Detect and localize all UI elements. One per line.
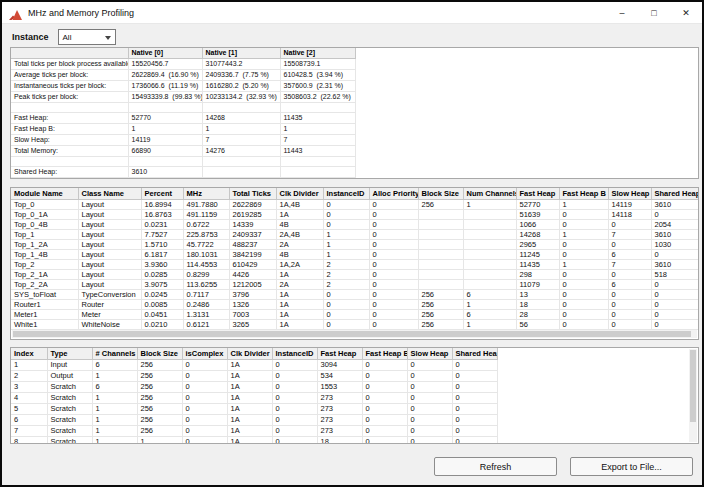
- table-cell: [463, 260, 516, 270]
- table-row[interactable]: Top_2_2ALayout3.9075113.625512120052A201…: [11, 280, 698, 290]
- table-row[interactable]: 3Scratch625601A01553000: [11, 382, 497, 393]
- table-row[interactable]: Top_1_4BLayout6.1817180.103138421994B101…: [11, 250, 698, 260]
- table-row[interactable]: White1WhiteNoise0.02100.612132651A002561…: [11, 320, 698, 330]
- table-cell: 1: [128, 124, 202, 135]
- table-cell: 0.6722: [183, 220, 229, 230]
- table-cell: 273: [317, 415, 362, 426]
- table-cell: [202, 103, 280, 113]
- table-cell: 14268: [202, 113, 280, 124]
- table-cell: 0: [182, 415, 227, 426]
- table-row[interactable]: Meter1Meter0.04511.313170031A00256628000: [11, 310, 698, 320]
- table-cell: [463, 270, 516, 280]
- table-cell: 491.7880: [183, 200, 229, 210]
- table-cell: 0: [182, 360, 227, 371]
- table-cell: [418, 260, 463, 270]
- table-cell: 113.6255: [183, 280, 229, 290]
- table-cell: 0: [323, 300, 369, 310]
- table-row[interactable]: Total Memory:668901427611443: [11, 146, 355, 157]
- table-row[interactable]: Slow Heap:1411977: [11, 135, 355, 146]
- table-cell: 0: [559, 320, 608, 330]
- table-row[interactable]: Fast Heap B:111: [11, 124, 355, 135]
- table-cell: 14276: [202, 146, 280, 157]
- table-cell: 0: [407, 404, 452, 415]
- column-header: Total Ticks: [229, 188, 276, 200]
- table-row[interactable]: Top_1_2ALayout1.571045.77224882372A10296…: [11, 240, 698, 250]
- column-header: Native [1]: [202, 48, 280, 59]
- table-cell: 1: [559, 200, 608, 210]
- scrollbar-thumb[interactable]: [13, 331, 691, 337]
- table-row[interactable]: [11, 157, 355, 167]
- table-row[interactable]: 4Scratch125601A0273000: [11, 393, 497, 404]
- table-row[interactable]: Top_2_1ALayout0.02850.829944261A20298005…: [11, 270, 698, 280]
- table-row[interactable]: Top_0_4BLayout0.02310.6722143394B0010660…: [11, 220, 698, 230]
- table-cell: 0: [407, 393, 452, 404]
- table-row[interactable]: 1Input625601A03094000: [11, 360, 497, 371]
- table-cell: 14118: [608, 210, 651, 220]
- table-row[interactable]: 7Scratch125601A0273000: [11, 426, 497, 437]
- table-cell: 0.0451: [141, 310, 183, 320]
- table-row[interactable]: Total ticks per block process available:…: [11, 59, 355, 70]
- table-cell: 2054: [651, 220, 698, 230]
- table-row[interactable]: Top_2Layout3.9360114.45536104291A,2A2011…: [11, 260, 698, 270]
- table-cell: [280, 157, 355, 167]
- table-row[interactable]: Instantaneous ticks per block:1736066.6 …: [11, 81, 355, 92]
- table-cell: 0: [272, 404, 317, 415]
- instance-dropdown[interactable]: All: [58, 29, 116, 45]
- table-cell: 6: [463, 310, 516, 320]
- table-cell: 0: [559, 220, 608, 230]
- table-cell: 0: [651, 320, 698, 330]
- table-cell: 256: [137, 426, 182, 437]
- table-cell: 2: [323, 280, 369, 290]
- table-row[interactable]: 6Scratch125601A0273000: [11, 415, 497, 426]
- table-cell: 0: [272, 437, 317, 445]
- table-cell: 610428.5 (3.94 %): [280, 70, 355, 81]
- close-button[interactable]: ✕: [670, 2, 702, 23]
- table-cell: 0: [452, 360, 497, 371]
- table-cell: 0: [369, 300, 418, 310]
- export-button[interactable]: Export to File...: [570, 457, 693, 476]
- table-cell: Input: [47, 360, 92, 371]
- table-cell: 256: [137, 415, 182, 426]
- column-header: Class Name: [78, 188, 141, 200]
- table-row[interactable]: Top_1Layout7.7527225.875324093372A,4B101…: [11, 230, 698, 240]
- minimize-button[interactable]: –: [606, 2, 638, 23]
- table-row[interactable]: 5Scratch125601A0273000: [11, 404, 497, 415]
- table-cell: 16.8994: [141, 200, 183, 210]
- table-cell: 0: [323, 290, 369, 300]
- summary-table-grid: Native [0]Native [1]Native [2]Total tick…: [11, 48, 356, 178]
- table-row[interactable]: Fast Heap:527701426811435: [11, 113, 355, 124]
- table-cell: 1A: [276, 210, 323, 220]
- vertical-scrollbar[interactable]: [689, 349, 697, 442]
- table-cell: 0: [651, 290, 698, 300]
- table-cell: 4: [11, 393, 47, 404]
- table-cell: 0: [272, 360, 317, 371]
- table-row[interactable]: Router1Router0.00850.248613261A002561180…: [11, 300, 698, 310]
- buffer-table: IndexType# ChannelsBlock SizeisComplexCl…: [10, 347, 699, 444]
- table-cell: 1: [92, 437, 137, 445]
- table-cell: 1: [323, 240, 369, 250]
- table-cell: 0: [407, 382, 452, 393]
- column-header: Slow Heap: [608, 188, 651, 200]
- table-row[interactable]: Top_0Layout16.8994491.788026228691A,4B00…: [11, 200, 698, 210]
- horizontal-scrollbar[interactable]: [12, 330, 697, 338]
- table-row[interactable]: SYS_toFloatTypeConversion0.02450.7117379…: [11, 290, 698, 300]
- table-row[interactable]: [11, 103, 355, 113]
- table-row[interactable]: Average ticks per block:2622869.4 (16.90…: [11, 70, 355, 81]
- maximize-button[interactable]: □: [638, 2, 670, 23]
- table-row[interactable]: 8Scratch1101A018000: [11, 437, 497, 445]
- scrollbar-thumb[interactable]: [690, 350, 696, 422]
- table-row[interactable]: Top_0_1ALayout16.8763491.115926192851A00…: [11, 210, 698, 220]
- profiling-window: MHz and Memory Profiling – □ ✕ Instance …: [0, 0, 704, 487]
- table-cell: 3: [11, 382, 47, 393]
- table-row[interactable]: Shared Heap:3610: [11, 167, 355, 178]
- table-cell: 0: [362, 382, 407, 393]
- table-row[interactable]: 2Output125601A0534000: [11, 371, 497, 382]
- table-cell: Router: [78, 300, 141, 310]
- table-cell: 0.7117: [183, 290, 229, 300]
- table-cell: 0.0210: [141, 320, 183, 330]
- table-cell: 0: [651, 310, 698, 320]
- table-row[interactable]: Peak ticks per block:15493339.8 (99.83 %…: [11, 92, 355, 103]
- table-cell: 5: [11, 404, 47, 415]
- refresh-button[interactable]: Refresh: [434, 457, 557, 476]
- table-cell: 1: [463, 320, 516, 330]
